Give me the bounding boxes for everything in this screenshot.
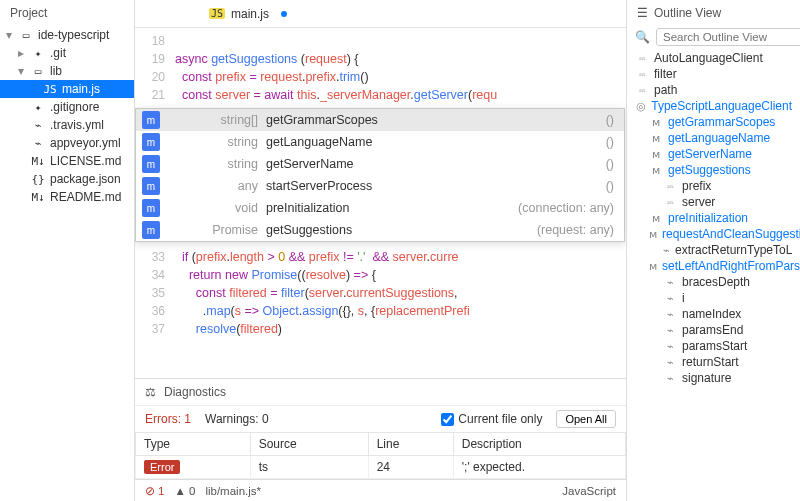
tab-main-js[interactable]: JS main.js (195, 0, 301, 27)
autocomplete-item[interactable]: mvoidpreInitialization(connection: any) (136, 197, 624, 219)
tree-item-label: .gitignore (50, 100, 99, 114)
autocomplete-popup[interactable]: mstring[]getGrammarScopes()mstringgetLan… (135, 108, 625, 242)
tree-item[interactable]: ▾▭ide-typescript (0, 26, 134, 44)
errors-label: Errors: (145, 412, 181, 426)
diagnostics-panel: ⚖ Diagnostics Errors: 1 Warnings: 0 Curr… (135, 378, 626, 479)
autocomplete-item[interactable]: mstringgetLanguageName() (136, 131, 624, 153)
autocomplete-signature: (request: any) (537, 223, 624, 237)
diagnostics-header[interactable]: ⚖ Diagnostics (135, 379, 626, 406)
col-line[interactable]: Line (368, 433, 453, 456)
outline-item[interactable]: ⌁signature (627, 370, 800, 386)
outline-item[interactable]: ᴍgetServerName (627, 146, 800, 162)
autocomplete-signature: () (606, 157, 624, 171)
outline-item[interactable]: ◎TypeScriptLanguageClient (627, 98, 800, 114)
symbol-icon: ⌁ (663, 356, 677, 369)
autocomplete-signature: () (606, 135, 624, 149)
status-language[interactable]: JavaScript (562, 485, 616, 497)
method-kind-icon: m (142, 155, 160, 173)
warnings-label: Warnings: (205, 412, 259, 426)
symbol-icon: ⌁ (663, 324, 677, 337)
status-warnings[interactable]: ▲ 0 (174, 485, 195, 497)
outline-item-label: AutoLanguageClient (654, 51, 763, 65)
project-title: Project (0, 0, 134, 26)
tree-item-label: package.json (50, 172, 121, 186)
twisty-icon: ▾ (4, 28, 14, 42)
outline-item[interactable]: ᴍgetLanguageName (627, 130, 800, 146)
col-type[interactable]: Type (136, 433, 251, 456)
method-kind-icon: m (142, 199, 160, 217)
autocomplete-item[interactable]: mstring[]getGrammarScopes() (136, 109, 624, 131)
outline-item[interactable]: ᴍgetGrammarScopes (627, 114, 800, 130)
current-file-only-checkbox[interactable] (441, 413, 454, 426)
outline-item[interactable]: ⎓prefix (627, 178, 800, 194)
outline-item[interactable]: ᴍgetSuggestions (627, 162, 800, 178)
outline-search-input[interactable] (656, 28, 800, 46)
outline-item[interactable]: ⌁bracesDepth (627, 274, 800, 290)
symbol-icon: ⌁ (663, 276, 677, 289)
tree-item[interactable]: ⌁.travis.yml (0, 116, 134, 134)
autocomplete-signature: () (606, 179, 624, 193)
symbol-icon: ᴍ (649, 212, 663, 225)
list-icon: ☰ (637, 6, 648, 20)
outline-item[interactable]: ⎓AutoLanguageClient (627, 50, 800, 66)
symbol-icon: ⌁ (663, 308, 677, 321)
tree-item[interactable]: ✦.gitignore (0, 98, 134, 116)
file-icon: M↓ (30, 155, 46, 168)
symbol-icon: ᴍ (649, 260, 657, 273)
error-badge: Error (144, 460, 180, 474)
autocomplete-item[interactable]: mPromisegetSuggestions(request: any) (136, 219, 624, 241)
outline-list[interactable]: ⎓AutoLanguageClient⎓filter⎓path◎TypeScri… (627, 48, 800, 501)
outline-item[interactable]: ⌁extractReturnTypeToL (627, 242, 800, 258)
symbol-icon: ᴍ (649, 228, 657, 241)
outline-item-label: i (682, 291, 685, 305)
tree-item[interactable]: JSmain.js (0, 80, 134, 98)
autocomplete-label: getServerName (266, 157, 606, 171)
tree-item[interactable]: {}package.json (0, 170, 134, 188)
outline-item[interactable]: ⎓path (627, 82, 800, 98)
autocomplete-type: void (166, 201, 266, 215)
tree-item[interactable]: M↓README.md (0, 188, 134, 206)
tree-item-label: lib (50, 64, 62, 78)
autocomplete-type: string (166, 157, 266, 171)
symbol-icon: ⎓ (663, 180, 677, 192)
method-kind-icon: m (142, 133, 160, 151)
autocomplete-item[interactable]: manystartServerProcess() (136, 175, 624, 197)
tree-item[interactable]: ▾▭lib (0, 62, 134, 80)
outline-item[interactable]: ⌁returnStart (627, 354, 800, 370)
outline-item-label: path (654, 83, 677, 97)
current-file-only-toggle[interactable]: Current file only (441, 412, 542, 426)
status-path[interactable]: lib/main.js* (205, 485, 261, 497)
open-all-button[interactable]: Open All (556, 410, 616, 428)
dirty-indicator-icon (281, 11, 287, 17)
outline-item-label: setLeftAndRightFromPars (662, 259, 800, 273)
outline-item[interactable]: ⌁i (627, 290, 800, 306)
status-errors[interactable]: ⊘1 (145, 484, 164, 498)
outline-item[interactable]: ᴍpreInitialization (627, 210, 800, 226)
outline-item[interactable]: ⌁paramsStart (627, 338, 800, 354)
code-editor[interactable]: 18192021243334353637 async getSuggestion… (135, 28, 626, 378)
outline-item[interactable]: ⎓server (627, 194, 800, 210)
diagnostics-table: Type Source Line Description Error ts 24… (135, 432, 626, 479)
project-tree[interactable]: ▾▭ide-typescript▸✦.git▾▭libJSmain.js✦.gi… (0, 26, 134, 501)
autocomplete-label: preInitialization (266, 201, 518, 215)
outline-item[interactable]: ⎓filter (627, 66, 800, 82)
tree-item[interactable]: ▸✦.git (0, 44, 134, 62)
outline-item-label: TypeScriptLanguageClient (651, 99, 792, 113)
symbol-icon: ⎓ (635, 52, 649, 64)
col-description[interactable]: Description (453, 433, 625, 456)
twisty-icon: ▸ (16, 46, 26, 60)
col-source[interactable]: Source (250, 433, 368, 456)
outline-item-label: requestAndCleanSuggesti (662, 227, 800, 241)
symbol-icon: ᴍ (649, 164, 663, 177)
outline-item[interactable]: ᴍsetLeftAndRightFromPars (627, 258, 800, 274)
outline-item[interactable]: ⌁nameIndex (627, 306, 800, 322)
tree-item[interactable]: ⌁appveyor.yml (0, 134, 134, 152)
diagnostic-row[interactable]: Error ts 24 ';' expected. (136, 456, 626, 479)
tree-item[interactable]: M↓LICENSE.md (0, 152, 134, 170)
outline-item[interactable]: ⌁paramsEnd (627, 322, 800, 338)
autocomplete-item[interactable]: mstringgetServerName() (136, 153, 624, 175)
status-bar: ⊘1 ▲ 0 lib/main.js* JavaScript (135, 479, 626, 501)
outline-item-label: paramsEnd (682, 323, 743, 337)
outline-item[interactable]: ᴍrequestAndCleanSuggesti (627, 226, 800, 242)
file-icon: {} (30, 173, 46, 186)
